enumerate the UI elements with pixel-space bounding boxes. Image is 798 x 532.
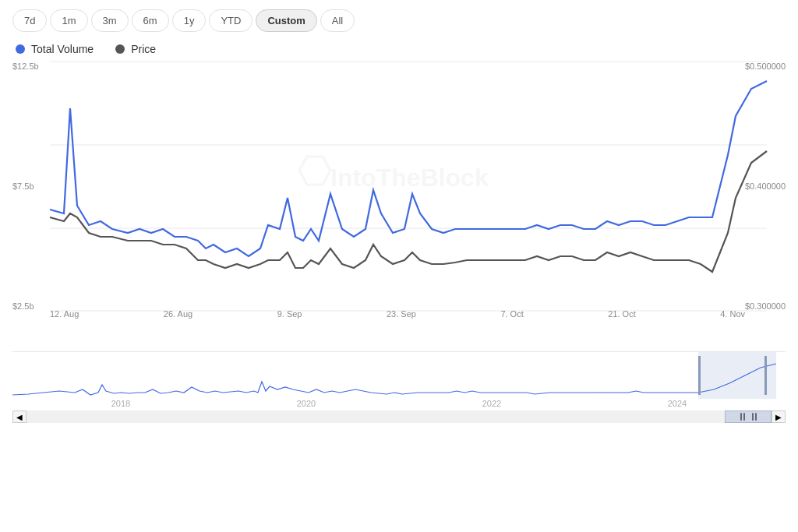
- filter-btn-6m[interactable]: 6m: [132, 9, 169, 32]
- legend-label-volume: Total Volume: [31, 43, 94, 55]
- legend-total-volume: Total Volume: [16, 43, 94, 55]
- scroll-right-btn[interactable]: ▶: [772, 410, 786, 423]
- x-axis: 12. Aug 26. Aug 9. Sep 23. Sep 7. Oct 21…: [12, 309, 786, 319]
- legend-label-price: Price: [131, 43, 156, 55]
- filter-btn-3m[interactable]: 3m: [91, 9, 129, 32]
- filter-btn-7d[interactable]: 7d: [12, 9, 47, 32]
- main-container: 7d1m3m6m1yYTDCustomAll Total Volume Pric…: [0, 0, 798, 532]
- mini-x-2018: 2018: [111, 399, 130, 408]
- scroll-thumb[interactable]: [725, 410, 772, 423]
- mini-x-2020: 2020: [297, 399, 316, 408]
- x-label-5: 7. Oct: [500, 309, 523, 319]
- time-filter-bar: 7d1m3m6m1yYTDCustomAll: [12, 9, 786, 32]
- y-axis-left: $12.5b $7.5b $2.5b: [12, 62, 42, 311]
- y-left-top: $12.5b: [12, 62, 39, 71]
- scroll-grip-2: [752, 413, 757, 421]
- mini-x-2022: 2022: [482, 399, 501, 408]
- filter-btn-all[interactable]: All: [320, 9, 355, 32]
- scroll-left-btn[interactable]: ◀: [12, 410, 26, 423]
- scroll-grip: [740, 413, 745, 421]
- filter-btn-1m[interactable]: 1m: [50, 9, 87, 32]
- svg-text:IntoTheBlock: IntoTheBlock: [330, 164, 489, 192]
- mini-x-axis: 2018 2020 2022 2024: [12, 399, 786, 408]
- y-left-mid: $7.5b: [12, 181, 39, 191]
- main-chart-svg: IntoTheBlock: [50, 62, 767, 311]
- mini-chart-container: 2018 2020 2022 2024 ◀ ▶: [12, 351, 786, 421]
- x-label-4: 23. Sep: [387, 309, 416, 319]
- y-right-mid: $0.400000: [745, 181, 786, 191]
- y-right-top: $0.500000: [745, 62, 786, 71]
- filter-btn-1y[interactable]: 1y: [172, 9, 207, 32]
- x-label-2: 26. Aug: [164, 309, 192, 319]
- x-label-1: 12. Aug: [50, 309, 79, 319]
- x-label-6: 21. Oct: [608, 309, 635, 319]
- scrollbar: ◀ ▶: [12, 410, 786, 424]
- chart-legend: Total Volume Price: [12, 43, 786, 55]
- mini-x-2024: 2024: [668, 399, 687, 408]
- svg-rect-7: [698, 356, 701, 395]
- y-axis-right: $0.500000 $0.400000 $0.300000: [742, 62, 786, 311]
- filter-btn-ytd[interactable]: YTD: [209, 9, 252, 32]
- svg-marker-5: [299, 157, 330, 185]
- main-chart-area: $12.5b $7.5b $2.5b IntoTheBlock $0.5: [12, 62, 786, 350]
- x-label-7: 4. Nov: [720, 309, 745, 319]
- svg-rect-8: [764, 356, 767, 395]
- legend-price: Price: [115, 43, 156, 55]
- x-label-3: 9. Sep: [277, 309, 302, 319]
- filter-btn-custom[interactable]: Custom: [256, 9, 316, 32]
- legend-dot-volume: [16, 44, 25, 54]
- mini-chart-svg: [12, 352, 786, 399]
- legend-dot-price: [115, 44, 125, 54]
- scroll-track[interactable]: [26, 410, 772, 423]
